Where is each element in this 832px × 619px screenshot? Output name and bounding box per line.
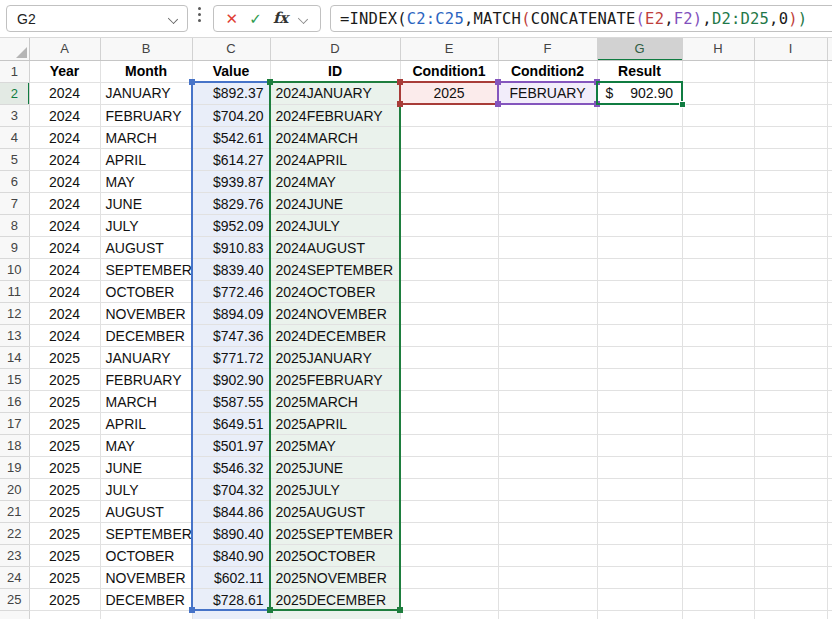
cell-I1[interactable] <box>754 60 827 82</box>
cell-F7[interactable] <box>498 193 597 215</box>
cell-I20[interactable] <box>754 479 827 501</box>
chevron-down-icon[interactable] <box>299 14 308 23</box>
cell-H3[interactable] <box>682 105 754 127</box>
cell-B6[interactable]: MAY <box>100 171 192 193</box>
cell-D9[interactable]: 2024AUGUST <box>270 237 400 259</box>
cell-I26[interactable] <box>754 611 827 619</box>
cell-I23[interactable] <box>754 545 827 567</box>
cell-B19[interactable]: JUNE <box>100 457 192 479</box>
cell-A20[interactable]: 2025 <box>29 479 100 501</box>
cell-F24[interactable] <box>498 567 597 589</box>
cell-B24[interactable]: NOVEMBER <box>100 567 192 589</box>
cell-D5[interactable]: 2024APRIL <box>270 149 400 171</box>
cell-B12[interactable]: NOVEMBER <box>100 303 192 325</box>
cell-F15[interactable] <box>498 369 597 391</box>
cell-B8[interactable]: JULY <box>100 215 192 237</box>
cell-C9[interactable]: $910.83 <box>192 237 270 259</box>
cell-I12[interactable] <box>754 303 827 325</box>
cell-C2[interactable]: $892.37 <box>192 82 270 105</box>
cell-H17[interactable] <box>682 413 754 435</box>
cell-D16[interactable]: 2025MARCH <box>270 391 400 413</box>
cell-A4[interactable]: 2024 <box>29 127 100 149</box>
cell-C10[interactable]: $839.40 <box>192 259 270 281</box>
row-header-17[interactable]: 17 <box>0 413 29 435</box>
cell-H1[interactable] <box>682 60 754 82</box>
cell-B13[interactable]: DECEMBER <box>100 325 192 347</box>
cell-C25[interactable]: $728.61 <box>192 589 270 611</box>
cell-G14[interactable] <box>597 347 682 369</box>
cell-E22[interactable] <box>400 523 498 545</box>
cell-I22[interactable] <box>754 523 827 545</box>
cell-G10[interactable] <box>597 259 682 281</box>
cell-A16[interactable]: 2025 <box>29 391 100 413</box>
cell-A12[interactable]: 2024 <box>29 303 100 325</box>
cell-C16[interactable]: $587.55 <box>192 391 270 413</box>
cell-D20[interactable]: 2025JULY <box>270 479 400 501</box>
cell-I16[interactable] <box>754 391 827 413</box>
row-header-13[interactable]: 13 <box>0 325 29 347</box>
cell-B3[interactable]: FEBRUARY <box>100 105 192 127</box>
cell-G26[interactable] <box>597 611 682 619</box>
cell-H9[interactable] <box>682 237 754 259</box>
cell-H23[interactable] <box>682 545 754 567</box>
cell-G13[interactable] <box>597 325 682 347</box>
cell-C13[interactable]: $747.36 <box>192 325 270 347</box>
cell-G19[interactable] <box>597 457 682 479</box>
cell-E24[interactable] <box>400 567 498 589</box>
cell-F3[interactable] <box>498 105 597 127</box>
cell-H21[interactable] <box>682 501 754 523</box>
cell-B25[interactable]: DECEMBER <box>100 589 192 611</box>
cell-A11[interactable]: 2024 <box>29 281 100 303</box>
cell-C18[interactable]: $501.97 <box>192 435 270 457</box>
cell-A2[interactable]: 2024 <box>29 82 100 105</box>
cell-A9[interactable]: 2024 <box>29 237 100 259</box>
cell-D15[interactable]: 2025FEBRUARY <box>270 369 400 391</box>
cell-F5[interactable] <box>498 149 597 171</box>
cell-G5[interactable] <box>597 149 682 171</box>
cell-H22[interactable] <box>682 523 754 545</box>
cell-C1[interactable]: Value <box>192 60 270 82</box>
cell-B21[interactable]: AUGUST <box>100 501 192 523</box>
cell-F6[interactable] <box>498 171 597 193</box>
cell-D21[interactable]: 2025AUGUST <box>270 501 400 523</box>
cell-H20[interactable] <box>682 479 754 501</box>
cell-E4[interactable] <box>400 127 498 149</box>
cell-H8[interactable] <box>682 215 754 237</box>
cell-E16[interactable] <box>400 391 498 413</box>
cell-H26[interactable] <box>682 611 754 619</box>
cell-H12[interactable] <box>682 303 754 325</box>
cell-D12[interactable]: 2024NOVEMBER <box>270 303 400 325</box>
cell-F25[interactable] <box>498 589 597 611</box>
column-header-H[interactable]: H <box>682 38 754 60</box>
cell-F2[interactable]: FEBRUARY <box>498 82 597 105</box>
cell-I10[interactable] <box>754 259 827 281</box>
cell-B15[interactable]: FEBRUARY <box>100 369 192 391</box>
cell-A14[interactable]: 2025 <box>29 347 100 369</box>
cell-E9[interactable] <box>400 237 498 259</box>
cell-E7[interactable] <box>400 193 498 215</box>
cell-D1[interactable]: ID <box>270 60 400 82</box>
cell-C23[interactable]: $840.90 <box>192 545 270 567</box>
chevron-down-icon[interactable] <box>169 14 178 23</box>
cell-E11[interactable] <box>400 281 498 303</box>
cell-B20[interactable]: JULY <box>100 479 192 501</box>
cell-E5[interactable] <box>400 149 498 171</box>
cell-H14[interactable] <box>682 347 754 369</box>
cell-A19[interactable]: 2025 <box>29 457 100 479</box>
row-header-24[interactable]: 24 <box>0 567 29 589</box>
row-header-26[interactable] <box>0 611 29 619</box>
column-header-E[interactable]: E <box>400 38 498 60</box>
row-header-23[interactable]: 23 <box>0 545 29 567</box>
row-header-1[interactable]: 1 <box>0 60 29 82</box>
cell-F10[interactable] <box>498 259 597 281</box>
cell-I5[interactable] <box>754 149 827 171</box>
cell-D7[interactable]: 2024JUNE <box>270 193 400 215</box>
cell-C14[interactable]: $771.72 <box>192 347 270 369</box>
cell-E19[interactable] <box>400 457 498 479</box>
cell-C8[interactable]: $952.09 <box>192 215 270 237</box>
cell-B17[interactable]: APRIL <box>100 413 192 435</box>
cell-F23[interactable] <box>498 545 597 567</box>
cell-C24[interactable]: $602.11 <box>192 567 270 589</box>
cell-A24[interactable]: 2025 <box>29 567 100 589</box>
cell-I9[interactable] <box>754 237 827 259</box>
